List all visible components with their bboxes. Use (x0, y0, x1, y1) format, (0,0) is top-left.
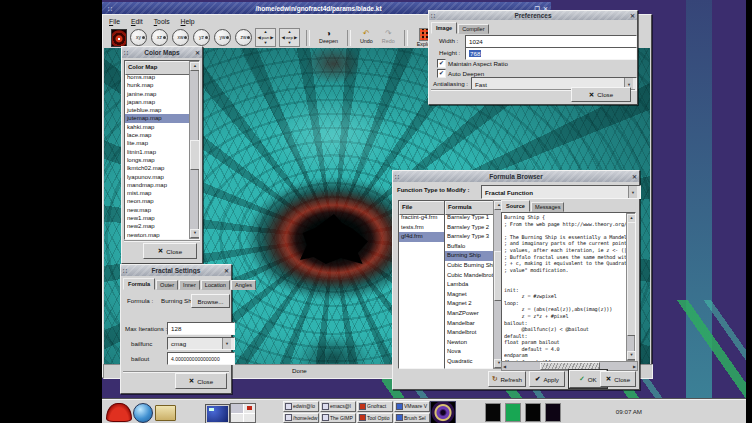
task-button[interactable]: edwin@lo (283, 401, 319, 412)
color-map-item[interactable]: newton.map (125, 231, 191, 239)
formula-item[interactable]: Barnsley Type 1 (445, 213, 494, 223)
terminal-launcher-icon[interactable] (205, 404, 230, 423)
close-button[interactable]: ✕ Close (143, 243, 197, 259)
tray-swatch[interactable] (545, 403, 561, 422)
close-button[interactable]: ✕ Close (600, 371, 636, 387)
pad-right-icon[interactable]: ▶ (270, 35, 273, 40)
redo-button[interactable]: ↷ Redo (379, 30, 398, 44)
task-button[interactable]: Brush Sel (394, 413, 430, 423)
pager-cell[interactable] (244, 414, 256, 423)
tray-swatch[interactable] (505, 403, 521, 422)
formula-item[interactable]: Mandelbar (445, 319, 494, 329)
color-map-item[interactable]: new2.map (125, 222, 191, 230)
pager-cell[interactable] (244, 404, 256, 413)
pad-up-icon[interactable]: ▲ (288, 29, 292, 34)
color-map-item[interactable]: new1.map (125, 214, 191, 222)
formula-item[interactable]: Mandelbrot (445, 328, 494, 338)
globe-applet-icon[interactable] (133, 403, 153, 423)
tab[interactable]: Formula (123, 278, 155, 290)
tray-swatch[interactable] (525, 403, 541, 422)
height-field[interactable]: 768 (465, 47, 637, 60)
tray-swatch[interactable] (485, 403, 501, 422)
deepen-button[interactable]: ◑ Deepen (316, 30, 341, 44)
scroll-left-icon[interactable]: ◀ (503, 364, 506, 369)
task-button[interactable]: emacs@l (320, 401, 356, 412)
bailfunc-combo[interactable]: cmag ▼ (167, 337, 235, 350)
pan-pad[interactable]: ▲ ◀pan▶ ▼ (255, 28, 276, 47)
function-type-combo[interactable]: Fractal Function ▼ (481, 185, 641, 199)
formula-item[interactable]: Cubic Burning Ship (445, 261, 494, 271)
menu-item[interactable]: Help (181, 18, 195, 25)
browse-button[interactable]: Browse... (191, 294, 230, 308)
window-menu-icon[interactable]: ∷ (431, 12, 439, 19)
close-icon[interactable]: ✕ (192, 49, 200, 56)
tab[interactable]: Inner (179, 280, 200, 290)
formula-item[interactable]: Magnet 2 (445, 299, 494, 309)
scroll-up-icon[interactable]: ▲ (190, 62, 200, 71)
window-menu-icon[interactable]: ∷ (124, 49, 132, 56)
file-item[interactable]: fractint-g4.frm (399, 213, 445, 223)
file-item[interactable]: gf4d.frm (399, 232, 445, 242)
tab[interactable]: Image (431, 22, 457, 34)
warp-pad[interactable]: ▲ ◀wrp▶ ▼ (279, 28, 300, 47)
color-map-item[interactable]: lite.map (125, 139, 191, 147)
scrollbar-thumb[interactable] (627, 222, 636, 336)
rotation-dial[interactable]: zw (235, 29, 252, 46)
pad-up-icon[interactable]: ▲ (264, 29, 268, 34)
color-map-item[interactable]: longs.map (125, 156, 191, 164)
formula-item[interactable]: Burning Ship (445, 251, 494, 261)
window-menu-icon[interactable]: ∷ (123, 267, 131, 274)
close-icon[interactable]: ✕ (627, 12, 635, 19)
undo-button[interactable]: ↶ Undo (357, 30, 376, 44)
color-map-item[interactable]: jutemap.map (125, 114, 191, 122)
task-button[interactable]: The GIMP (320, 413, 356, 423)
formula-item[interactable]: ManZPower (445, 309, 494, 319)
tab[interactable]: Location (201, 280, 230, 290)
file-item[interactable]: tests.frm (399, 223, 445, 233)
pager-cell-active[interactable] (231, 404, 243, 413)
color-map-item[interactable]: mist.map (125, 189, 191, 197)
scrollbar-thumb[interactable] (540, 362, 600, 370)
task-button[interactable]: VMware V (394, 401, 430, 412)
rotation-dial[interactable]: xz (151, 29, 168, 46)
close-icon[interactable]: ✕ (221, 267, 229, 274)
close-button[interactable]: ✕ Close (571, 87, 631, 102)
fractal-settings-titlebar[interactable]: ∷ Fractal Settings ✕ (121, 265, 231, 276)
color-map-item[interactable]: mandmap.map (125, 181, 191, 189)
color-map-item[interactable]: kahki.map (125, 123, 191, 131)
color-map-item[interactable]: janine.map (125, 90, 191, 98)
formula-item[interactable]: Magnet (445, 290, 494, 300)
tab[interactable]: Compiler (458, 24, 488, 34)
rotation-dial[interactable]: xy (130, 29, 147, 46)
color-map-item[interactable]: juteblue.map (125, 106, 191, 114)
bailout-field[interactable]: 4.0000000000000000 (167, 352, 235, 365)
formula-item[interactable]: Newton (445, 338, 494, 348)
formula-browser-titlebar[interactable]: ∷ Formula Browser ✕ (393, 171, 639, 182)
preferences-titlebar[interactable]: ∷ Preferences ✕ (429, 11, 637, 20)
color-map-item[interactable]: lace.map (125, 131, 191, 139)
scrollbar-thumb[interactable] (190, 140, 200, 170)
rotation-dial[interactable]: yz (193, 29, 210, 46)
color-map-item[interactable]: homs.map (125, 73, 191, 81)
tab[interactable]: Angles (231, 280, 256, 290)
source-pane[interactable]: Burning Ship {; From the web page http:/… (501, 212, 636, 362)
apply-button[interactable]: ✔ Apply (529, 371, 565, 387)
scrollbar[interactable]: ▲ ▼ (189, 61, 199, 239)
formula-item[interactable]: Buffalo (445, 242, 494, 252)
menu-item[interactable]: Tools (154, 18, 170, 25)
formula-item[interactable]: Barnsley Type 2 (445, 223, 494, 233)
maintain-aspect-checkbox[interactable]: ✔ (437, 59, 446, 68)
formula-item[interactable]: Quadratic (445, 357, 494, 367)
pad-down-icon[interactable]: ▼ (288, 40, 292, 45)
close-icon[interactable]: ✕ (629, 173, 637, 180)
formula-item[interactable]: Cubic Mandelbrot (445, 271, 494, 281)
formula-item[interactable]: Lambda (445, 280, 494, 290)
menu-item[interactable]: File (109, 18, 120, 25)
pager-cell[interactable] (231, 414, 243, 423)
refresh-button[interactable]: ↻ Refresh (488, 371, 526, 387)
pad-right-icon[interactable]: ▶ (294, 35, 297, 40)
tab[interactable]: Outer (156, 280, 178, 290)
window-menu-icon[interactable]: ∷ (395, 173, 403, 180)
color-map-item[interactable]: lyapunov.map (125, 173, 191, 181)
close-button[interactable]: ✕ Close (175, 373, 227, 389)
